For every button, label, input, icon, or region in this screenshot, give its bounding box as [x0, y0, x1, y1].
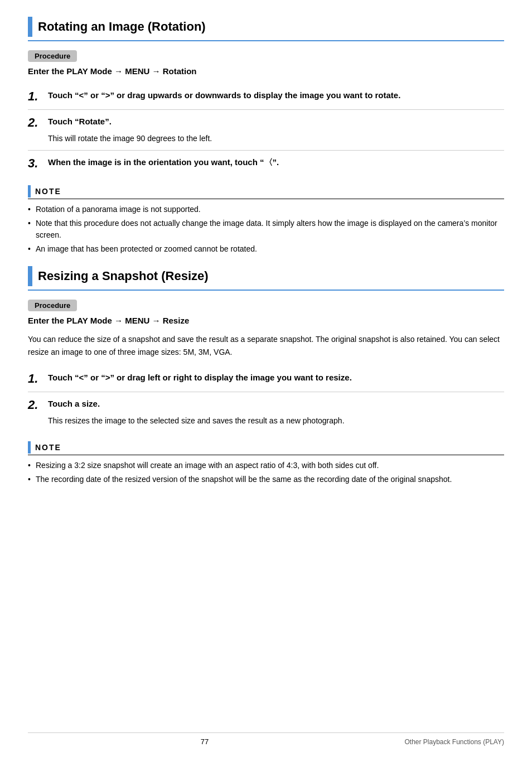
section1-bar: [28, 17, 32, 37]
section2-heading: Resizing a Snapshot (Resize): [28, 266, 504, 291]
page: Rotating an Image (Rotation) Procedure E…: [0, 0, 532, 757]
note-list-1: Rotation of a panorama image is not supp…: [28, 204, 504, 255]
step-text: Touch “<” or “>” or drag upwards or down…: [48, 89, 504, 101]
step-number: 1.: [28, 89, 43, 104]
note-header-1: NOTE: [28, 185, 504, 199]
step-text: Touch a size.: [48, 398, 504, 409]
procedure-badge-1: Procedure: [28, 50, 77, 62]
section2-bar: [28, 266, 32, 286]
step-number: 1.: [28, 372, 43, 386]
section2-step-2: 2. Touch a size. This resizes the image …: [28, 392, 504, 432]
section1-step-1: 1. Touch “<” or “>” or drag upwards or d…: [28, 84, 504, 110]
note-item: The recording date of the resized versio…: [28, 474, 504, 485]
footer-right-text: Other Playback Functions (PLAY): [381, 738, 504, 746]
section1-step-3: 3. When the image is in the orientation …: [28, 151, 504, 176]
note-item: Note that this procedure does not actual…: [28, 218, 504, 241]
section1-title: Rotating an Image (Rotation): [38, 20, 206, 34]
section1-note: NOTE Rotation of a panorama image is not…: [28, 185, 504, 255]
note-item: Rotation of a panorama image is not supp…: [28, 204, 504, 215]
section2-step-1: 1. Touch “<” or “>” or drag left or righ…: [28, 366, 504, 392]
section2-title: Resizing a Snapshot (Resize): [38, 269, 209, 283]
section2-note: NOTE Resizing a 3:2 size snapshot will c…: [28, 441, 504, 485]
section1-nav-path: Enter the PLAY Mode → MENU → Rotation: [28, 66, 504, 76]
step-number: 3.: [28, 156, 43, 171]
section1-step-2: 2. Touch “Rotate”. This will rotate the …: [28, 110, 504, 150]
step-text: When the image is in the orientation you…: [48, 156, 504, 168]
note-item: An image that has been protected or zoom…: [28, 243, 504, 255]
step-sub: This will rotate the image 90 degrees to…: [48, 133, 504, 144]
section2-description: You can reduce the size of a snapshot an…: [28, 333, 504, 358]
note-bar-1: [28, 185, 31, 197]
note-bar-2: [28, 441, 31, 454]
step-text: Touch “Rotate”.: [48, 115, 504, 127]
note-item: Resizing a 3:2 size snapshot will create…: [28, 460, 504, 471]
section2-nav-path: Enter the PLAY Mode → MENU → Resize: [28, 316, 504, 325]
step-sub: This resizes the image to the selected s…: [48, 415, 504, 427]
note-title-2: NOTE: [35, 443, 61, 452]
page-footer: 77 Other Playback Functions (PLAY): [28, 732, 504, 746]
section1-heading: Rotating an Image (Rotation): [28, 17, 504, 41]
note-header-2: NOTE: [28, 441, 504, 455]
step-text: Touch “<” or “>” or drag left or right t…: [48, 372, 504, 383]
procedure-badge-2: Procedure: [28, 300, 77, 311]
step-number: 2.: [28, 115, 43, 130]
note-list-2: Resizing a 3:2 size snapshot will create…: [28, 460, 504, 485]
step-number: 2.: [28, 398, 43, 412]
note-title-1: NOTE: [35, 187, 61, 196]
page-number: 77: [28, 737, 381, 746]
